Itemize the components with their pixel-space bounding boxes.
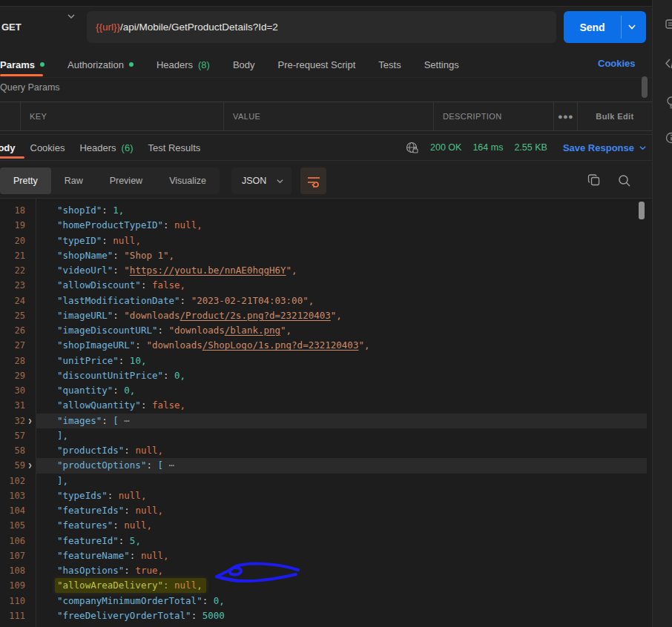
line-content: "featureId": 5, (35, 534, 141, 548)
tab-authorization[interactable]: Authorization (67, 59, 134, 70)
fold-gutter (25, 323, 35, 338)
tab-status-dot (40, 62, 45, 67)
tab-pre-request-script[interactable]: Pre-request Script (278, 59, 356, 70)
bulk-edit-button[interactable]: Bulk Edit (578, 102, 652, 130)
code-line: 110"companyMinimumOrderTotal": 0, (0, 594, 647, 608)
tab-params[interactable]: Params (0, 59, 45, 70)
view-tab-visualize[interactable]: Visualize (156, 167, 220, 194)
search-icon[interactable] (617, 173, 632, 188)
code-line: 31"allowQuantity": false, (0, 398, 647, 413)
response-tab-body[interactable]: Body (0, 142, 16, 153)
comments-icon[interactable] (665, 19, 672, 32)
line-content: "shopImageURL": "downloads/ShopLogo/1s.p… (35, 338, 369, 353)
response-tab-headers[interactable]: Headers(6) (79, 142, 133, 153)
response-tab-cookies[interactable]: Cookies (30, 142, 65, 153)
tab-body[interactable]: Body (233, 59, 255, 70)
tab-label: Params (0, 59, 35, 70)
code-line: 111"freeDeliveryOrderTotal": 5000 (0, 608, 647, 623)
code-line: 58"productIds": null, (0, 443, 647, 458)
fold-toggle-icon[interactable]: ❯ (25, 414, 35, 428)
tab-tests[interactable]: Tests (378, 59, 401, 70)
view-tab-preview[interactable]: Preview (96, 167, 156, 194)
format-select[interactable]: JSON (231, 167, 291, 194)
line-number: 20 (0, 233, 25, 248)
view-tab-raw[interactable]: Raw (51, 167, 96, 194)
network-globe-icon[interactable] (405, 141, 419, 155)
lightbulb-icon[interactable] (665, 96, 672, 110)
line-number: 24 (0, 293, 25, 308)
line-number: 19 (0, 218, 25, 233)
copy-icon[interactable] (587, 173, 602, 188)
line-number: 106 (0, 534, 25, 548)
line-number: 111 (0, 608, 25, 623)
more-options-icon[interactable]: ●●● (554, 102, 578, 130)
line-content: "allowDiscount": false, (35, 278, 185, 293)
tab-label: Pre-request Script (278, 59, 356, 70)
save-response-button[interactable]: Save Response (563, 142, 647, 153)
tab-status-dot (129, 62, 134, 67)
fold-gutter (25, 608, 35, 623)
fold-toggle-icon[interactable]: ❯ (25, 458, 35, 473)
tab-settings[interactable]: Settings (424, 59, 459, 70)
word-wrap-button[interactable] (300, 167, 326, 194)
line-number: 25 (0, 308, 25, 323)
fold-gutter (25, 594, 35, 608)
status-badge[interactable]: 200 OK (430, 142, 461, 153)
line-content: "productIds": null, (35, 443, 163, 458)
response-scrollbar-thumb[interactable] (639, 202, 645, 219)
line-content: "hasOptions": true, (35, 563, 163, 578)
code-line: 107"featureName": null, (0, 548, 647, 563)
fold-gutter (25, 354, 35, 368)
query-params-title: Query Params (0, 82, 60, 93)
send-button[interactable]: Send (564, 11, 646, 43)
fold-gutter (25, 548, 35, 563)
code-line: 22"videoUrl": "https://youtu.be/nnAE0hqg… (0, 263, 647, 278)
tab-headers[interactable]: Headers(8) (157, 59, 210, 70)
tab-label: Cookies (30, 142, 65, 153)
line-number: 107 (0, 548, 25, 563)
code-line: 26"imageDiscountURL": "downloads/blank.p… (0, 323, 647, 338)
code-line: 102], (0, 474, 647, 488)
line-number: 32 (0, 414, 25, 428)
url-env-variable: {{url}} (96, 21, 120, 33)
response-time[interactable]: 164 ms (472, 142, 503, 153)
line-number: 22 (0, 263, 25, 278)
tab-label: Body (0, 142, 16, 153)
empty-param-row[interactable] (0, 130, 652, 135)
line-content: "lastModificationDate": "2023-02-21T04:0… (35, 293, 314, 308)
line-number: 109 (0, 578, 25, 593)
fold-gutter (25, 398, 35, 413)
line-content: "allowAreaDelivery": null, (35, 578, 206, 593)
fold-gutter (25, 203, 35, 218)
url-input[interactable]: {{url}}/api/Mobile/GetProductDetails?Id=… (87, 11, 556, 43)
checkbox-column (0, 102, 21, 130)
highlighted-annotation: "allowAreaDelivery": null, (55, 578, 206, 593)
response-tab-test-results[interactable]: Test Results (148, 142, 201, 153)
code-icon[interactable] (665, 57, 672, 70)
cookies-link[interactable]: Cookies (598, 58, 636, 69)
request-scrollbar-thumb[interactable] (642, 76, 648, 98)
right-sidebar-rail (652, 0, 672, 627)
line-number: 30 (0, 383, 25, 398)
response-view-switcher: PrettyRawPreviewVisualize (0, 167, 220, 194)
send-options-chevron-icon[interactable] (627, 21, 637, 32)
fold-gutter (25, 383, 35, 398)
line-number: 28 (0, 354, 25, 368)
divider (0, 77, 652, 78)
response-size[interactable]: 2.55 KB (514, 142, 547, 153)
fold-gutter (25, 278, 35, 293)
line-content: "quantity": 0, (35, 383, 135, 398)
top-strip (0, 0, 672, 7)
line-content: "productOptions": [ ⋯ (35, 458, 174, 473)
fold-gutter (25, 503, 35, 518)
response-meta: 200 OK 164 ms 2.55 KB Save Response (405, 137, 647, 158)
line-content: "discountUnitPrice": 0, (35, 368, 185, 383)
fold-gutter (25, 293, 35, 308)
tab-label: Headers (157, 59, 193, 70)
line-number: 18 (0, 203, 25, 218)
view-tab-pretty[interactable]: Pretty (0, 167, 51, 194)
info-circle-icon[interactable] (665, 131, 672, 145)
line-content: ], (35, 474, 68, 488)
active-response-tab-underline (0, 156, 24, 159)
line-content: "freeDeliveryOrderTotal": 5000 (35, 608, 225, 623)
